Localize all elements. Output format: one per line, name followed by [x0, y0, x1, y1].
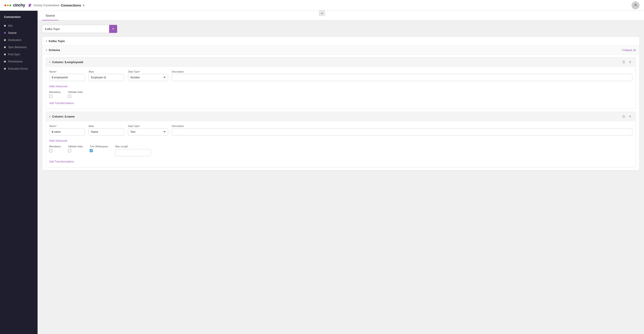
sidebar-label-destination: Destination [8, 39, 22, 42]
logo-dots [4, 5, 11, 6]
kafka-chevron-icon: ▾ [46, 40, 47, 42]
name-datatype-required: * [139, 125, 140, 127]
employee-id-name-group: Name* [49, 70, 85, 81]
layout: Connection Info Source Destination Sync … [0, 11, 644, 334]
name-mandatory-group: Mandatory [49, 145, 61, 156]
name-trim-whitespace-group: Trim Whitespace [90, 145, 108, 156]
employee-id-mandatory-label: Mandatory [49, 91, 61, 93]
source-type-dropdown-btn[interactable]: ▾ [109, 25, 117, 33]
cinchy-logo: cinchy [4, 3, 25, 8]
sidebar-dot-exec-errors [4, 68, 6, 70]
sidebar-item-execution-errors[interactable]: Execution Errors [0, 65, 38, 72]
logo-dot-green [10, 5, 11, 6]
schema-header-left: ▾ Schema [46, 48, 60, 52]
logo-dot-yellow [7, 5, 9, 6]
dropdown-chevron-icon: ▾ [112, 27, 114, 31]
name-max-length-label: Max Length [115, 145, 151, 148]
sidebar-item-sync-behaviour[interactable]: Sync Behaviour [0, 44, 38, 51]
employee-id-datatype-group: Data Type* Number Text Date Boolean [128, 70, 168, 81]
name-checkbox-row: Mandatory Validate Data Trim Whitespace [49, 145, 632, 156]
name-validate-checkbox[interactable] [68, 149, 71, 152]
name-desc-label: Description [172, 125, 632, 127]
name-column-body: Name* Alias Data T [46, 121, 636, 167]
sidebar-item-permissions[interactable]: Permissions [0, 58, 38, 65]
name-datatype-group: Data Type* Text Number Date Boolean [128, 125, 168, 135]
sidebar-dot-permissions [4, 61, 6, 63]
employee-id-add-transformations[interactable]: Add Transformations [49, 101, 74, 105]
employee-id-validate-label: Validate Data [68, 91, 82, 93]
name-name-input[interactable] [49, 128, 85, 135]
employee-id-name-required: * [56, 70, 56, 73]
kafka-topic-section: ▾ Kafka Topic ▾ Schema Collapse all [42, 37, 640, 170]
employee-id-column-title: Column: $.employeeId [52, 61, 83, 64]
column-header-left-name: ▾ Column: $.name [49, 115, 75, 118]
name-hide-advanced[interactable]: Hide Advanced [49, 139, 67, 142]
kafka-topic-header[interactable]: ▾ Kafka Topic [42, 37, 639, 46]
sidebar-dot-info [4, 25, 6, 27]
name-add-transformations[interactable]: Add Transformations [49, 160, 74, 164]
sidebar-label-permissions: Permissions [8, 60, 22, 63]
employee-id-desc-input[interactable] [172, 74, 632, 81]
sidebar-label-sync: Sync Behaviour [8, 46, 27, 49]
name-close-btn[interactable]: ✕ [628, 114, 632, 119]
column-header-right-employee-id: ☰ ✕ [622, 60, 632, 64]
sidebar-label-exec-errors: Execution Errors [8, 67, 28, 70]
employee-id-name-label: Name* [49, 70, 85, 73]
column-header-employee-id: ▾ Column: $.employeeId ☰ ✕ [46, 58, 636, 67]
collapse-all-link[interactable]: Collapse all [622, 49, 636, 52]
sidebar-label-post-sync: Post Sync [8, 53, 20, 56]
sidebar-item-info[interactable]: Info [0, 22, 38, 29]
column-header-left-employee-id: ▾ Column: $.employeeId [49, 61, 83, 64]
main-content: Source ▾ ▾ Kafka Topic [38, 11, 644, 334]
sidebar-dot-destination [4, 39, 6, 41]
employee-id-name-input[interactable] [49, 74, 85, 81]
collapse-toggle[interactable]: ▲ [319, 10, 325, 16]
sidebar-dot-post-sync [4, 54, 6, 55]
name-chevron-icon: ▾ [49, 115, 50, 118]
employee-id-desc-group: Description [172, 70, 632, 81]
source-type-input[interactable] [42, 25, 109, 33]
source-selector: ▾ [42, 25, 640, 33]
name-max-length-input[interactable] [115, 149, 151, 156]
sidebar-item-post-sync[interactable]: Post Sync [0, 51, 38, 58]
sidebar-title: Connection [0, 15, 38, 22]
schema-section: ▾ Schema Collapse all ▾ Column: $.employ… [42, 46, 639, 167]
schema-chevron-icon: ▾ [46, 49, 47, 51]
name-datatype-select[interactable]: Text Number Date Boolean [128, 128, 168, 135]
topbar: cinchy Cinchy Connections Connections ▼ [0, 0, 644, 11]
name-validate-label: Validate Data [68, 145, 82, 148]
employee-id-alias-input[interactable] [88, 74, 124, 81]
name-name-required: * [56, 125, 56, 127]
brand-chevron[interactable]: ▼ [82, 4, 85, 7]
name-desc-group: Description [172, 125, 632, 135]
employee-id-datatype-select[interactable]: Number Text Date Boolean [128, 74, 168, 81]
name-desc-input[interactable] [172, 128, 632, 135]
column-card-employee-id: ▾ Column: $.employeeId ☰ ✕ [46, 57, 636, 109]
employee-id-mandatory-checkbox[interactable] [49, 95, 52, 98]
sidebar-item-destination[interactable]: Destination [0, 37, 38, 44]
connections-brand[interactable]: Cinchy Connections Connections ▼ [28, 3, 85, 8]
sidebar: Connection Info Source Destination Sync … [0, 11, 38, 334]
employee-id-menu-btn[interactable]: ☰ [622, 60, 626, 64]
schema-header: ▾ Schema Collapse all [42, 46, 639, 55]
name-trim-whitespace-checkbox[interactable] [90, 149, 93, 152]
employee-id-close-btn[interactable]: ✕ [628, 60, 632, 64]
topbar-left: cinchy Cinchy Connections Connections ▼ [4, 3, 85, 8]
brand-main-label: Connections [61, 3, 81, 7]
tab-source[interactable]: Source [42, 11, 58, 20]
name-alias-label: Alias [88, 125, 124, 127]
column-header-name: ▾ Column: $.name ☰ ✕ [46, 112, 636, 121]
content-area: ▾ ▾ Kafka Topic ▾ Schema Collapse a [38, 20, 644, 178]
name-mandatory-checkbox[interactable] [49, 149, 52, 152]
name-alias-input[interactable] [88, 128, 124, 135]
name-mandatory-label: Mandatory [49, 145, 61, 148]
avatar[interactable] [632, 1, 640, 10]
sidebar-item-source[interactable]: Source [0, 29, 38, 37]
employee-id-validate-checkbox[interactable] [68, 95, 71, 98]
name-name-label: Name* [49, 125, 85, 127]
employee-id-chevron-icon: ▾ [49, 61, 50, 63]
name-menu-btn[interactable]: ☰ [622, 114, 626, 119]
name-alias-group: Alias [88, 125, 124, 135]
employee-id-hide-advanced[interactable]: Hide Advanced [49, 85, 67, 88]
employee-id-form-row: Name* Alias Data T [49, 70, 632, 81]
